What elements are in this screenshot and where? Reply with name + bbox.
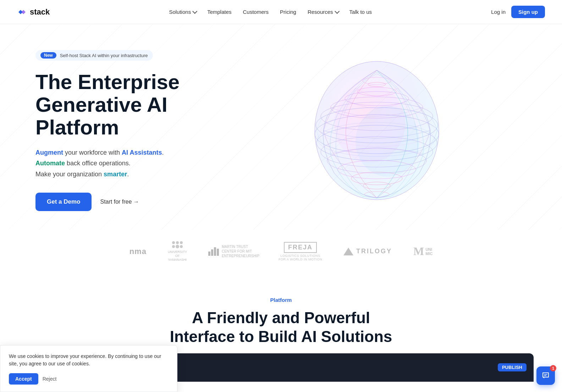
logo-freja: FREJA LOGISTICS SOLUTIONSFOR A WORLD IN … bbox=[279, 242, 322, 261]
login-button[interactable]: Log in bbox=[491, 9, 506, 15]
app-publish-button[interactable]: PUBLISH bbox=[498, 363, 527, 371]
navbar: stack Solutions Templates Customers Pric… bbox=[0, 0, 562, 24]
chat-widget[interactable]: 1 bbox=[536, 366, 555, 382]
platform-section: Platform A Friendly and Powerful Interfa… bbox=[0, 276, 562, 353]
platform-title: A Friendly and Powerful Interface to Bui… bbox=[28, 309, 534, 346]
nav-templates[interactable]: Templates bbox=[207, 9, 231, 15]
start-free-link[interactable]: Start for free → bbox=[100, 199, 139, 205]
hero-title: The Enterprise Generative AI Platform bbox=[35, 71, 227, 138]
hero-buttons: Get a Demo Start for free → bbox=[35, 193, 227, 211]
logo-trilogy: TRILOGY bbox=[343, 248, 392, 255]
hero-section: New Self-host Stack AI within your infra… bbox=[0, 24, 562, 230]
chevron-down-icon bbox=[335, 9, 340, 13]
cookie-banner: We use cookies to improve your experienc… bbox=[0, 345, 177, 382]
nav-solutions[interactable]: Solutions bbox=[169, 9, 196, 15]
smarter-text: smarter bbox=[104, 171, 127, 178]
hero-visual bbox=[227, 45, 527, 216]
badge-description: Self-host Stack AI within your infrastru… bbox=[60, 53, 148, 58]
nav-links: Solutions Templates Customers Pricing Re… bbox=[169, 9, 372, 15]
hero-content: New Self-host Stack AI within your infra… bbox=[35, 50, 227, 211]
mit-chart-icon bbox=[208, 247, 219, 256]
platform-label: Platform bbox=[28, 297, 534, 303]
ai-assistants-text: AI Assistants bbox=[122, 149, 162, 156]
reject-cookies-button[interactable]: Reject bbox=[43, 373, 57, 382]
nma-text: nma bbox=[130, 247, 147, 256]
logo[interactable]: stack bbox=[17, 7, 50, 17]
logo-mit: Martin TrustCenter for MITEntrepreneursh… bbox=[208, 244, 257, 258]
nav-customers[interactable]: Customers bbox=[243, 9, 269, 15]
automate-text: Automate bbox=[35, 160, 65, 167]
logos-strip: nma UNIVERSITYOFYAMANASHI Martin TrustCe… bbox=[0, 230, 562, 276]
badge-new-label: New bbox=[40, 52, 56, 59]
nav-pricing[interactable]: Pricing bbox=[280, 9, 296, 15]
signup-button[interactable]: Sign up bbox=[511, 6, 545, 18]
get-demo-button[interactable]: Get a Demo bbox=[35, 193, 92, 211]
nav-actions: Log in Sign up bbox=[491, 6, 545, 18]
chat-badge-count: 1 bbox=[550, 365, 556, 371]
hero-description: Augment your workforce with AI Assistant… bbox=[35, 147, 227, 180]
logo-text: stack bbox=[30, 7, 50, 17]
logo-yamanashi: UNIVERSITYOFYAMANASHI bbox=[168, 241, 187, 261]
logo-m: M UNI MIC bbox=[413, 245, 432, 258]
cookie-buttons: Accept Reject bbox=[9, 373, 169, 382]
augment-text: Augment bbox=[35, 149, 63, 156]
chat-icon bbox=[541, 371, 550, 380]
blob-svg bbox=[295, 45, 458, 216]
chevron-down-icon bbox=[192, 9, 197, 13]
accept-cookies-button[interactable]: Accept bbox=[9, 373, 38, 382]
svg-point-20 bbox=[356, 106, 419, 177]
blob-visual bbox=[295, 45, 458, 216]
logo-nma: nma bbox=[130, 247, 147, 256]
nav-talk[interactable]: Talk to us bbox=[349, 9, 372, 15]
logo-icon bbox=[17, 7, 27, 17]
nav-resources[interactable]: Resources bbox=[308, 9, 338, 15]
cookie-text: We use cookies to improve your experienc… bbox=[9, 353, 169, 368]
hero-badge: New Self-host Stack AI within your infra… bbox=[35, 50, 153, 61]
